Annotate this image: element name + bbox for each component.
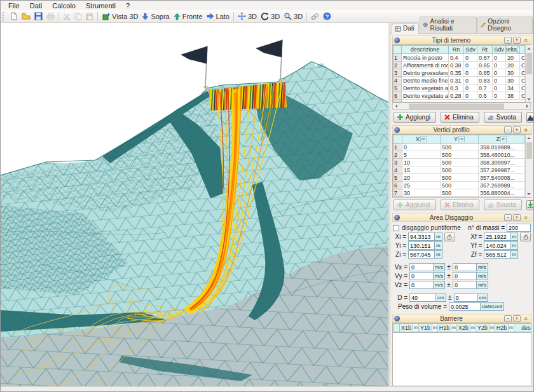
- col-h1b[interactable]: H1b: [438, 324, 451, 332]
- table-row[interactable]: 1Roccia in posto0.400.87020C: [394, 54, 525, 62]
- cut-button[interactable]: [61, 11, 72, 22]
- table-row[interactable]: 310500358.309997...: [394, 159, 525, 166]
- col-x2b[interactable]: X2b: [457, 324, 470, 332]
- grow-section-button[interactable]: +: [513, 37, 521, 44]
- shrink-section-button[interactable]: -: [504, 126, 512, 133]
- col-z[interactable]: Zm: [479, 135, 525, 144]
- collapse-icon[interactable]: «: [523, 314, 530, 322]
- table-row[interactable]: 6Detrito vegetato a bo...0.2800.6038C: [394, 92, 525, 100]
- table-row[interactable]: 625500357.269989...: [394, 182, 525, 189]
- col-rn[interactable]: Rn: [449, 46, 464, 54]
- d-input[interactable]: [409, 294, 436, 302]
- open-file-button[interactable]: [20, 11, 32, 22]
- xi-input[interactable]: [408, 233, 435, 241]
- shrink-section-button[interactable]: -: [504, 315, 512, 322]
- svuota-button-disabled[interactable]: Svuota: [484, 199, 522, 210]
- col-y1b[interactable]: Y1b: [419, 324, 432, 332]
- horizontal-scrollbar[interactable]: [392, 103, 531, 110]
- help-button[interactable]: ?: [321, 11, 333, 22]
- 3d-viewport[interactable]: [1, 23, 388, 386]
- col-y2b[interactable]: Y2b: [476, 324, 489, 332]
- table-row[interactable]: 10500358.019989...: [394, 144, 525, 151]
- unit-selector[interactable]: m/s: [477, 263, 488, 271]
- unit-selector[interactable]: daN/cm3: [481, 302, 504, 311]
- print-button[interactable]: [44, 11, 57, 22]
- unit-selector[interactable]: m: [510, 233, 518, 241]
- tab-opzioni-disegno[interactable]: Opzioni Disegno: [477, 17, 533, 33]
- scroll-down-arrow[interactable]: [526, 190, 533, 197]
- collapse-icon[interactable]: «: [523, 36, 530, 44]
- save-button[interactable]: [32, 11, 44, 22]
- scroll-down-arrow[interactable]: [526, 95, 533, 102]
- table-row[interactable]: 415500357.299987...: [394, 166, 525, 174]
- unit-selector[interactable]: cm: [436, 294, 446, 302]
- unit-selector[interactable]: m: [435, 233, 442, 241]
- collapse-icon[interactable]: «: [523, 126, 530, 133]
- col-descrizione[interactable]: descrizione: [402, 46, 449, 54]
- scroll-right-arrow[interactable]: [523, 103, 530, 110]
- paste-button[interactable]: [84, 11, 95, 22]
- vista-3d-button[interactable]: Vista 3D: [100, 11, 140, 22]
- unit-selector[interactable]: m/s: [477, 272, 488, 280]
- yf-input[interactable]: [484, 241, 510, 250]
- vz-input[interactable]: [409, 281, 434, 289]
- unit-selector[interactable]: m/s: [477, 281, 488, 289]
- col-rt[interactable]: Rt: [477, 46, 493, 54]
- unit-selector[interactable]: m/s: [434, 281, 445, 289]
- scroll-up-arrow[interactable]: [526, 45, 533, 52]
- aggiungi-button-disabled[interactable]: Aggiungi: [394, 199, 436, 210]
- grow-section-button[interactable]: +: [513, 214, 521, 221]
- elimina-button[interactable]: Elimina: [441, 112, 479, 123]
- scroll-left-arrow[interactable]: [393, 103, 400, 110]
- scrollbar-thumb[interactable]: [409, 104, 504, 109]
- pan-3d-button[interactable]: 3D: [236, 11, 259, 22]
- tab-dati[interactable]: Dati: [392, 24, 419, 34]
- yi-input[interactable]: [408, 241, 435, 250]
- zf-input[interactable]: [484, 250, 510, 259]
- unit-selector[interactable]: m: [435, 250, 442, 259]
- zoom-3d-button[interactable]: 3D: [282, 11, 305, 22]
- vy-dev-input[interactable]: [453, 272, 477, 280]
- copy-button[interactable]: [72, 11, 84, 22]
- unit-selector[interactable]: m: [435, 241, 442, 250]
- table-row[interactable]: 3Detrito grossolano n...0.3500.85030C: [394, 69, 525, 77]
- mountain-view-button[interactable]: [526, 112, 534, 123]
- menu-help[interactable]: ?: [121, 2, 135, 10]
- pick-start-point-button[interactable]: [444, 233, 455, 241]
- unit-selector[interactable]: m: [510, 250, 518, 259]
- grow-section-button[interactable]: +: [513, 315, 521, 322]
- zi-input[interactable]: [408, 250, 435, 259]
- unit-selector[interactable]: cm: [478, 294, 488, 302]
- barriere-empty-area[interactable]: [392, 333, 531, 386]
- table-row[interactable]: 25500358.480010...: [394, 151, 525, 159]
- table-row[interactable]: 4Detrito medio fine no...0.3100.83030C: [394, 77, 525, 84]
- col-sdv2[interactable]: Sdv: [493, 46, 506, 54]
- vertical-scrollbar[interactable]: [525, 45, 532, 102]
- collapse-icon[interactable]: «: [523, 213, 530, 221]
- table-row[interactable]: 520500357.540008...: [394, 174, 525, 182]
- table-row[interactable]: 730500356.880004...: [394, 189, 525, 197]
- import-profile-button[interactable]: [526, 200, 534, 210]
- link-button[interactable]: [309, 11, 321, 22]
- new-file-button[interactable]: [8, 11, 20, 22]
- n-massi-input[interactable]: [507, 224, 531, 232]
- col-x[interactable]: Xm: [402, 135, 441, 144]
- unit-selector[interactable]: m/s: [434, 272, 445, 280]
- col-sdv1[interactable]: Sdv: [464, 46, 477, 54]
- menu-calcolo[interactable]: Calcolo: [47, 2, 81, 10]
- view-front-button[interactable]: Fronte: [172, 11, 205, 22]
- scrollbar-thumb[interactable]: [526, 53, 532, 74]
- view-side-button[interactable]: Lato: [205, 11, 231, 22]
- aggiungi-button[interactable]: Aggiungi: [394, 112, 436, 123]
- vertical-scrollbar[interactable]: [525, 135, 532, 197]
- d-dev-input[interactable]: [454, 294, 478, 302]
- grow-section-button[interactable]: +: [513, 126, 521, 133]
- view-top-button[interactable]: Sopra: [140, 11, 171, 22]
- col-y[interactable]: Ym: [441, 135, 479, 144]
- vx-dev-input[interactable]: [453, 263, 477, 271]
- table-row[interactable]: 2Affioramenti di rocci...0.3800.85020C: [394, 62, 525, 69]
- svuota-button[interactable]: Svuota: [484, 112, 522, 123]
- menu-dati[interactable]: Dati: [25, 2, 48, 10]
- col-descrizione[interactable]: descrizio: [514, 324, 532, 332]
- vz-dev-input[interactable]: [453, 281, 477, 289]
